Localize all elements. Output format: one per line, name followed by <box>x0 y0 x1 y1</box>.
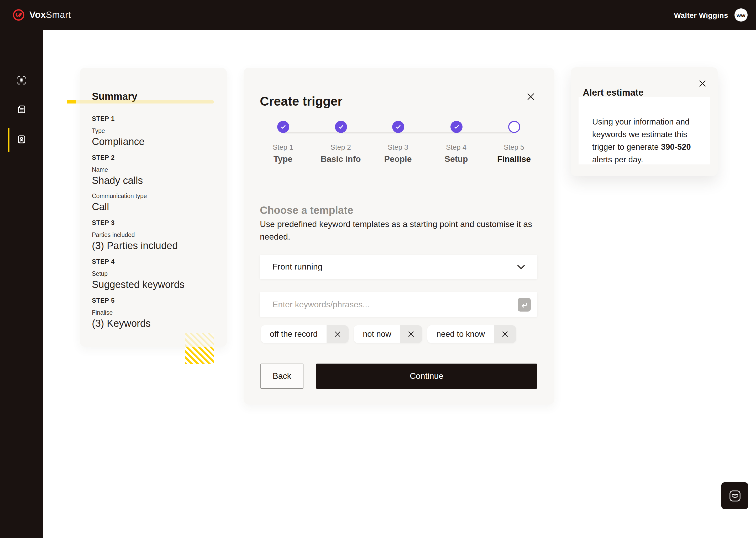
dialog-close-button[interactable] <box>526 92 536 101</box>
keyword-chip-label: not now <box>354 325 400 343</box>
step-current-circle <box>508 121 520 133</box>
sidebar-item-capture[interactable] <box>0 66 43 95</box>
stripes-decoration <box>185 333 214 364</box>
summary-step-label: STEP 4 <box>92 258 218 265</box>
keyword-chip-label: off the record <box>261 325 327 343</box>
remove-keyword-button[interactable] <box>327 325 349 343</box>
step-name: Basic info <box>312 154 370 164</box>
user-name: Walter Wiggins <box>674 11 728 19</box>
summary-accent-line <box>67 100 214 103</box>
sidebar-item-reports[interactable] <box>0 94 43 124</box>
create-trigger-dialog: Create trigger Step 1 Type Step 2 B <box>244 68 554 404</box>
stepper-step-4[interactable]: Step 4 Setup <box>427 121 485 164</box>
step-name: People <box>369 154 427 164</box>
alert-text-after: alerts per day. <box>592 155 643 164</box>
summary-field-value: Compliance <box>92 136 218 148</box>
enter-key-icon <box>520 300 529 309</box>
check-icon <box>453 124 460 130</box>
step-name: Type <box>254 154 312 164</box>
summary-section-4: STEP 4 Setup Suggested keywords <box>92 258 218 291</box>
summary-section-1: STEP 1 Type Compliance <box>92 115 218 148</box>
keyword-chips: off the record not now need to know <box>261 325 516 343</box>
keyword-input[interactable] <box>260 292 537 317</box>
section-title: Choose a template <box>260 204 353 216</box>
summary-step-label: STEP 5 <box>92 297 218 304</box>
summary-content: STEP 1 Type Compliance STEP 2 Name Shady… <box>92 115 218 336</box>
summary-field-label: Type <box>92 128 218 134</box>
step-done-circle <box>277 121 289 133</box>
alert-estimate-title: Alert estimate <box>583 87 644 98</box>
chevron-down-icon <box>517 265 525 269</box>
brand-name: VoxSmart <box>29 10 71 21</box>
keyword-input-wrapper <box>260 292 537 317</box>
summary-field-label: Parties included <box>92 232 218 239</box>
summary-field-label: Setup <box>92 271 218 277</box>
close-icon <box>698 79 707 88</box>
accent-line-solid <box>67 100 76 103</box>
template-select-value: Front running <box>272 262 322 272</box>
step-name: Finallise <box>485 154 543 164</box>
keyword-chip-label: need to know <box>428 325 494 343</box>
alert-estimate-body: Using your information and keywords we e… <box>579 97 710 164</box>
close-icon <box>526 92 536 101</box>
summary-step-label: STEP 1 <box>92 115 218 123</box>
stepper-step-5[interactable]: Step 5 Finallise <box>485 121 543 164</box>
section-description: Use predefined keyword templates as a st… <box>260 218 533 243</box>
alert-range-value: 390-520 <box>661 142 691 151</box>
stepper-step-3[interactable]: Step 3 People <box>369 121 427 164</box>
step-number: Step 5 <box>485 143 543 151</box>
app-root: VoxSmart Walter Wiggins ww <box>0 0 756 538</box>
summary-field-label: Communication type <box>92 193 218 200</box>
avatar[interactable]: ww <box>734 8 748 22</box>
top-bar: VoxSmart Walter Wiggins ww <box>0 0 756 30</box>
summary-section-3: STEP 3 Parties included (3) Parties incl… <box>92 219 218 252</box>
contact-card-icon <box>16 134 27 145</box>
step-done-circle <box>450 121 462 133</box>
feedback-button[interactable] <box>721 482 748 509</box>
step-name: Setup <box>427 154 485 164</box>
voxsmart-logo[interactable]: VoxSmart <box>12 8 71 22</box>
alert-estimate-panel: Alert estimate Using your information an… <box>571 67 718 176</box>
summary-field-value: Call <box>92 201 218 213</box>
stepper-step-2[interactable]: Step 2 Basic info <box>312 121 370 164</box>
summary-field-label: Name <box>92 167 218 173</box>
step-done-circle <box>392 121 404 133</box>
smiley-feedback-icon <box>729 489 741 502</box>
keyword-chip: not now <box>354 325 422 343</box>
summary-panel: Summary STEP 1 Type Compliance STEP 2 Na… <box>80 68 227 347</box>
user-menu: Walter Wiggins ww <box>674 8 748 22</box>
summary-field-value: Suggested keywords <box>92 279 218 291</box>
summary-field-value: (3) Parties included <box>92 240 218 252</box>
back-button[interactable]: Back <box>260 363 304 389</box>
sidebar <box>0 30 43 538</box>
check-icon <box>337 124 344 130</box>
sidebar-item-contacts[interactable] <box>0 125 43 154</box>
summary-section-5: STEP 5 Finalise (3) Keywords <box>92 297 218 329</box>
check-icon <box>395 124 402 130</box>
step-number: Step 1 <box>254 143 312 151</box>
submit-keyword-button[interactable] <box>518 298 531 311</box>
keyword-chip: need to know <box>428 325 516 343</box>
keyword-chip: off the record <box>261 325 349 343</box>
check-icon <box>280 124 286 130</box>
summary-step-label: STEP 2 <box>92 154 218 161</box>
continue-button[interactable]: Continue <box>316 363 537 389</box>
accent-line-pale <box>76 100 214 103</box>
template-select[interactable]: Front running <box>260 255 537 279</box>
dialog-title: Create trigger <box>260 94 343 109</box>
remove-keyword-button[interactable] <box>494 325 516 343</box>
summary-field-label: Finalise <box>92 309 218 316</box>
summary-field-value: (3) Keywords <box>92 318 218 329</box>
avatar-initials: ww <box>736 12 745 18</box>
step-done-circle <box>335 121 347 133</box>
alert-estimate-close-button[interactable] <box>698 79 707 88</box>
stepper-step-1[interactable]: Step 1 Type <box>254 121 312 164</box>
alert-estimate-text: Using your information and keywords we e… <box>579 105 710 166</box>
remove-keyword-button[interactable] <box>400 325 422 343</box>
sidebar-active-indicator <box>8 128 10 152</box>
summary-step-label: STEP 3 <box>92 219 218 227</box>
step-number: Step 2 <box>312 143 370 151</box>
step-number: Step 3 <box>369 143 427 151</box>
voxsmart-logo-icon <box>12 8 25 22</box>
voice-capture-icon <box>16 75 27 86</box>
